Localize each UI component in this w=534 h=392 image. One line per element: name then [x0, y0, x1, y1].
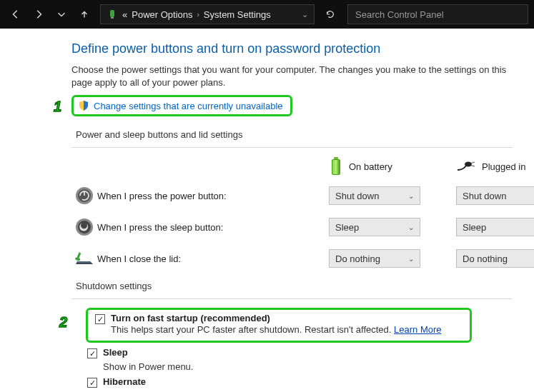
- power-button-plugged-select[interactable]: Shut down ⌄: [456, 186, 534, 205]
- svg-rect-2: [334, 157, 338, 159]
- svg-line-7: [471, 166, 475, 167]
- address-bar: « Power Options › System Settings ⌄ Sear…: [0, 0, 534, 29]
- section-header-buttons: Power and sleep buttons and lid settings: [76, 129, 513, 140]
- fast-startup-title: Turn on fast startup (recommended): [111, 313, 442, 323]
- page-title: Define power buttons and turn on passwor…: [71, 41, 513, 56]
- annotation-number-1: 1: [54, 99, 61, 115]
- breadcrumb-item[interactable]: Power Options: [132, 9, 192, 20]
- select-value: Do nothing: [463, 253, 508, 264]
- fast-startup-checkbox[interactable]: [95, 314, 105, 324]
- hibernate-checkbox[interactable]: [87, 378, 97, 388]
- content-area: Define power buttons and turn on passwor…: [0, 29, 534, 388]
- svg-line-6: [471, 162, 475, 164]
- plug-icon: [456, 160, 476, 173]
- annotation-highlight-2: 2 Turn on fast startup (recommended) Thi…: [86, 308, 472, 343]
- sleep-title: Sleep: [103, 347, 128, 358]
- shield-icon: [78, 100, 89, 111]
- back-button[interactable]: [6, 4, 26, 24]
- select-value: Shut down: [335, 191, 379, 201]
- sleep-desc: Show in Power menu.: [103, 361, 513, 372]
- setting-row-sleep-button: When I press the sleep button: Sleep ⌄ S…: [71, 218, 513, 236]
- lid-icon: [74, 250, 94, 267]
- column-label-battery: On battery: [349, 161, 392, 172]
- checkbox-row-hibernate: Hibernate: [87, 376, 513, 388]
- svg-rect-0: [110, 10, 114, 17]
- chevron-down-icon: ⌄: [408, 255, 414, 263]
- column-label-plugged: Plugged in: [482, 161, 525, 172]
- setting-label: When I close the lid:: [97, 253, 329, 264]
- chevron-down-icon: [56, 9, 66, 19]
- select-value: Sleep: [335, 222, 359, 233]
- lid-battery-select[interactable]: Do nothing ⌄: [329, 249, 420, 268]
- select-value: Do nothing: [335, 253, 380, 264]
- chevron-down-icon[interactable]: ⌄: [302, 10, 308, 19]
- page-description: Choose the power settings that you want …: [71, 64, 513, 89]
- fast-startup-desc: This helps start your PC faster after sh…: [111, 324, 442, 335]
- refresh-icon: [325, 9, 335, 19]
- learn-more-link[interactable]: Learn More: [394, 324, 441, 335]
- search-input[interactable]: Search Control Panel: [347, 4, 528, 24]
- power-button-icon: [75, 186, 94, 205]
- checkbox-row-fast-startup: Turn on fast startup (recommended) This …: [95, 313, 463, 335]
- setting-label: When I press the sleep button:: [97, 222, 329, 233]
- column-header-plugged: Plugged in: [456, 160, 534, 173]
- sleep-checkbox[interactable]: [87, 348, 97, 358]
- chevron-down-icon: ⌄: [408, 192, 414, 200]
- checkbox-row-sleep: Sleep: [87, 347, 513, 358]
- divider: [71, 298, 513, 299]
- sleep-button-icon: [75, 218, 94, 236]
- breadcrumb-prefix: «: [122, 9, 127, 20]
- svg-rect-4: [332, 160, 340, 174]
- refresh-button[interactable]: [320, 4, 340, 24]
- hibernate-title: Hibernate: [103, 376, 146, 387]
- up-button[interactable]: [74, 4, 94, 24]
- breadcrumb-item[interactable]: System Settings: [204, 9, 271, 20]
- annotation-number-2: 2: [59, 314, 67, 331]
- annotation-highlight-1: 1 Change settings that are currently una…: [71, 95, 292, 116]
- select-value: Sleep: [463, 222, 486, 233]
- breadcrumb[interactable]: « Power Options › System Settings ⌄: [100, 4, 315, 24]
- arrow-up-icon: [79, 9, 89, 19]
- section-header-shutdown: Shutdown settings: [76, 281, 513, 291]
- chevron-right-icon: ›: [197, 11, 199, 19]
- forward-button[interactable]: [29, 4, 49, 24]
- column-header-battery: On battery: [329, 156, 422, 176]
- column-headers: On battery Plugged in: [71, 156, 513, 176]
- power-options-icon: [107, 9, 118, 20]
- arrow-left-icon: [11, 9, 21, 19]
- arrow-right-icon: [34, 9, 44, 19]
- battery-icon: [329, 156, 343, 176]
- fast-startup-desc-text: This helps start your PC faster after sh…: [111, 324, 394, 335]
- sleep-button-plugged-select[interactable]: Sleep ⌄: [456, 218, 534, 236]
- search-placeholder: Search Control Panel: [355, 9, 444, 20]
- svg-point-5: [465, 162, 472, 167]
- select-value: Shut down: [463, 191, 506, 201]
- chevron-down-icon: ⌄: [408, 223, 414, 231]
- lid-plugged-select[interactable]: Do nothing ⌄: [456, 249, 534, 268]
- setting-row-power-button: When I press the power button: Shut down…: [71, 186, 513, 205]
- setting-label: When I press the power button:: [97, 191, 329, 201]
- setting-row-close-lid: When I close the lid: Do nothing ⌄ Do no…: [71, 249, 513, 268]
- change-unavailable-link[interactable]: Change settings that are currently unava…: [94, 101, 283, 111]
- sleep-button-battery-select[interactable]: Sleep ⌄: [329, 218, 420, 236]
- svg-rect-1: [111, 17, 114, 19]
- divider: [71, 147, 513, 148]
- history-dropdown-button[interactable]: [51, 4, 71, 24]
- power-button-battery-select[interactable]: Shut down ⌄: [329, 186, 420, 205]
